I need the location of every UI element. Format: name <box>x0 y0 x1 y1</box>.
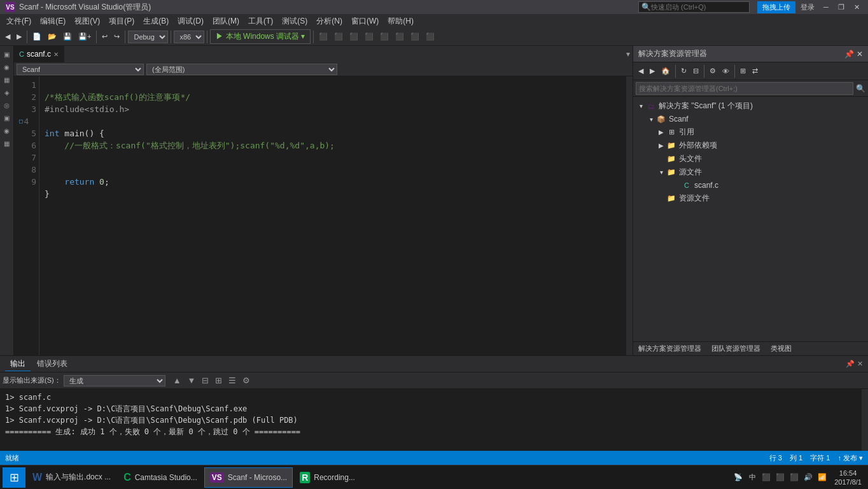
taskbar-item-vs[interactable]: VS Scanf - Microso... <box>204 467 293 488</box>
tray-volume-icon[interactable]: 🔊 <box>802 472 814 483</box>
output-tab-errors[interactable]: 错误列表 <box>32 357 73 371</box>
system-clock[interactable]: 16:54 2017/8/1 <box>830 469 865 486</box>
expand-external[interactable]: ▶ <box>656 141 666 151</box>
menu-view[interactable]: 视图(V) <box>71 15 104 28</box>
tab-close-button[interactable]: ✕ <box>53 51 59 58</box>
menu-tools[interactable]: 工具(T) <box>244 15 277 28</box>
toolbar-extra-7[interactable]: ⬛ <box>408 31 422 42</box>
se-home-btn[interactable]: 🏠 <box>659 66 673 76</box>
menu-analyze[interactable]: 分析(N) <box>312 15 346 28</box>
output-pin-btn[interactable]: 📌 <box>846 360 855 368</box>
undo-button[interactable]: ↩ <box>99 31 110 42</box>
toolbar-extra-2[interactable]: ⬛ <box>332 31 346 42</box>
editor-tab-scanf[interactable]: C scanf.c ✕ <box>14 46 64 62</box>
output-tb-btn-5[interactable]: ☰ <box>226 376 239 385</box>
taskbar-item-word[interactable]: W 输入与输出.docx ... <box>27 467 116 488</box>
gutter-icon-5[interactable]: ◎ <box>1 99 13 111</box>
debug-config-select[interactable]: Debug <box>128 31 168 43</box>
quick-launch-input[interactable] <box>651 3 746 11</box>
start-button[interactable]: ⊞ <box>3 467 25 488</box>
se-close-button[interactable]: ✕ <box>857 50 863 59</box>
output-tb-btn-1[interactable]: ▲ <box>171 376 184 385</box>
output-source-select[interactable]: 生成 <box>64 375 165 386</box>
platform-select[interactable]: x86 <box>174 31 204 43</box>
login-button[interactable]: 登录 <box>798 1 817 13</box>
tray-icon-2[interactable]: ⬛ <box>760 472 772 483</box>
menu-help[interactable]: 帮助(H) <box>384 15 417 28</box>
tray-icon-3[interactable]: ⬛ <box>774 472 786 483</box>
se-pin-button[interactable]: 📌 <box>844 50 854 59</box>
gutter-icon-3[interactable]: ▦ <box>1 74 13 85</box>
se-forward-btn[interactable]: ▶ <box>647 66 657 76</box>
se-sync-btn[interactable]: ⇄ <box>750 66 760 76</box>
se-showall-btn[interactable]: 👁 <box>720 66 732 76</box>
tray-icon-4[interactable]: ⬛ <box>788 472 800 483</box>
status-publish[interactable]: ↑ 发布 ▾ <box>837 453 863 463</box>
menu-project[interactable]: 项目(P) <box>105 15 138 28</box>
taskbar-item-camtasia[interactable]: C Camtasia Studio... <box>118 467 203 488</box>
menu-test[interactable]: 测试(S) <box>278 15 311 28</box>
menu-edit[interactable]: 编辑(E) <box>36 15 69 28</box>
output-tab-output[interactable]: 输出 <box>5 357 31 371</box>
minimize-button[interactable]: ─ <box>820 2 832 12</box>
expand-headers[interactable] <box>656 154 666 164</box>
editor-scrollbar[interactable] <box>626 76 633 355</box>
se-sources[interactable]: ▾ 📁 源文件 <box>633 166 868 179</box>
gutter-icon-8[interactable]: ▦ <box>1 138 13 149</box>
redo-button[interactable]: ↪ <box>111 31 122 42</box>
se-bottom-tab-solution[interactable]: 解决方案资源管理器 <box>633 343 706 355</box>
menu-window[interactable]: 窗口(W) <box>347 15 382 28</box>
se-back-btn[interactable]: ◀ <box>636 66 646 76</box>
expand-solution[interactable]: ▾ <box>636 101 646 111</box>
se-collapse-btn[interactable]: ⊟ <box>690 66 701 76</box>
scope-selector[interactable]: Scanf <box>17 64 144 75</box>
menu-file[interactable]: 文件(F) <box>3 15 35 28</box>
expand-project[interactable]: ▾ <box>646 114 656 124</box>
toolbar-extra-4[interactable]: ⬛ <box>362 31 376 42</box>
expand-sources[interactable]: ▾ <box>656 167 666 178</box>
upload-button[interactable]: 拖拽上传 <box>757 1 795 13</box>
run-button[interactable]: ▶ 本地 Windows 调试器 ▾ <box>210 29 311 44</box>
se-references[interactable]: ▶ ⊞ 引用 <box>633 125 868 139</box>
save-all-button[interactable]: 💾+ <box>76 31 94 42</box>
se-solution-root[interactable]: ▾ 🗂 解决方案 "Scanf" (1 个项目) <box>633 99 868 113</box>
se-resources[interactable]: 📁 资源文件 <box>633 192 868 205</box>
taskbar-item-recording[interactable]: R Recording... <box>294 467 361 488</box>
gutter-icon-7[interactable]: ◉ <box>1 125 13 136</box>
se-refresh-btn[interactable]: ↻ <box>678 66 689 76</box>
toolbar-extra-6[interactable]: ⬛ <box>393 31 407 42</box>
scope-range-selector[interactable]: (全局范围) <box>146 64 337 75</box>
code-editor[interactable]: 1 2 3 □4 5 6 7 8 9 /*格式输入函数scanf()的注意事项*… <box>14 76 633 355</box>
tray-icon-1[interactable]: 中 <box>746 472 758 483</box>
gutter-icon-4[interactable]: ◈ <box>1 87 13 98</box>
tray-network-icon[interactable]: 📡 <box>732 472 744 483</box>
se-preview-btn[interactable]: ⊞ <box>738 66 748 76</box>
menu-team[interactable]: 团队(M) <box>209 15 243 28</box>
output-close-btn[interactable]: ✕ <box>857 360 863 368</box>
output-tb-btn-3[interactable]: ⊟ <box>199 376 211 385</box>
save-button[interactable]: 💾 <box>60 31 74 42</box>
restore-button[interactable]: ❐ <box>835 2 848 12</box>
se-bottom-tab-team[interactable]: 团队资源管理器 <box>706 343 766 355</box>
output-tb-btn-6[interactable]: ⚙ <box>240 376 253 385</box>
se-external-deps[interactable]: ▶ 📁 外部依赖项 <box>633 139 868 152</box>
new-file-button[interactable]: 📄 <box>30 31 44 42</box>
expand-references[interactable]: ▶ <box>656 127 666 138</box>
toolbar-extra-1[interactable]: ⬛ <box>316 31 330 42</box>
tab-scroll-btn[interactable]: ▾ <box>626 50 630 59</box>
toolbar-extra-8[interactable]: ⬛ <box>423 31 437 42</box>
quick-launch-box[interactable]: 🔍 <box>638 1 750 13</box>
menu-build[interactable]: 生成(B) <box>139 15 172 28</box>
se-scanf-file[interactable]: C scanf.c <box>633 179 868 192</box>
output-tb-btn-4[interactable]: ⊞ <box>213 376 225 385</box>
gutter-icon-1[interactable]: ▣ <box>1 48 13 60</box>
forward-button[interactable]: ▶ <box>14 31 24 42</box>
se-project-root[interactable]: ▾ 📦 Scanf <box>633 113 868 125</box>
gutter-icon-6[interactable]: ▣ <box>1 112 13 124</box>
output-scrollbar[interactable] <box>862 389 868 451</box>
se-search-input[interactable] <box>636 82 853 95</box>
tray-wifi-icon[interactable]: 📶 <box>816 472 828 483</box>
se-bottom-tab-class[interactable]: 类视图 <box>766 343 797 355</box>
toolbar-extra-5[interactable]: ⬛ <box>377 31 391 42</box>
se-headers[interactable]: 📁 头文件 <box>633 152 868 166</box>
